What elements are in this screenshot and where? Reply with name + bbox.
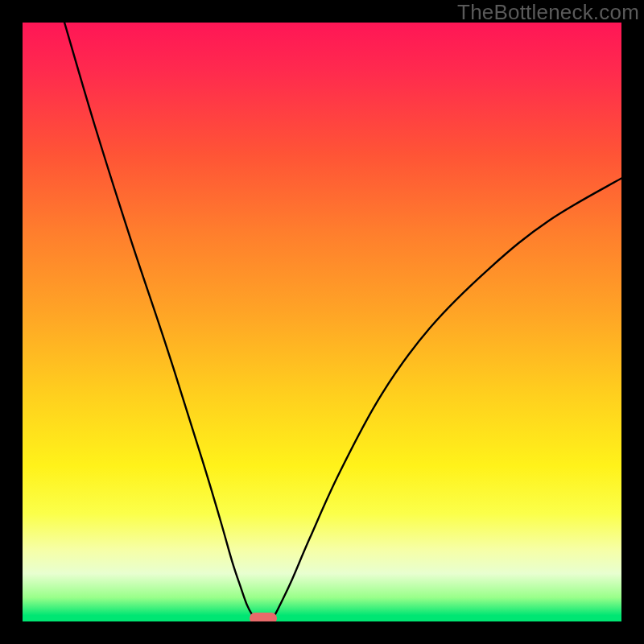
curve-right-branch xyxy=(273,178,621,617)
curve-left-branch xyxy=(64,23,255,617)
plot-area xyxy=(23,23,621,621)
bottleneck-marker xyxy=(250,613,277,621)
watermark-text: TheBottleneck.com xyxy=(457,0,639,25)
curves-svg xyxy=(23,23,621,621)
chart-container: TheBottleneck.com xyxy=(0,0,644,644)
